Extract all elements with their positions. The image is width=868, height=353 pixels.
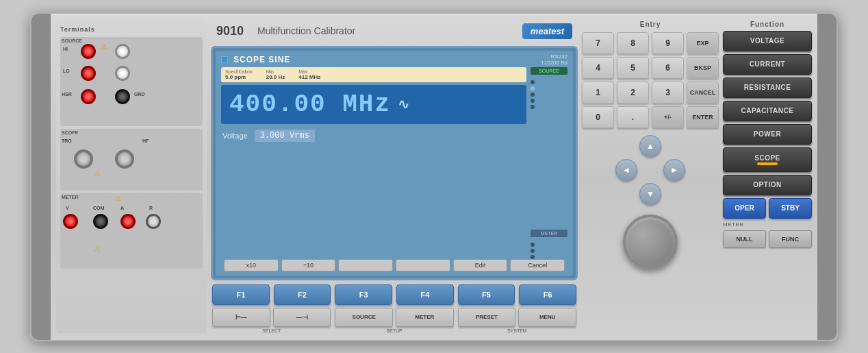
select-next-button[interactable]: —⊣ xyxy=(273,308,331,327)
spec-value: 5.0 ppm xyxy=(225,74,253,80)
hi-label: HI xyxy=(63,47,68,51)
display-btn-1[interactable]: x10 xyxy=(224,259,279,271)
bksp-button[interactable]: BKSP xyxy=(687,57,719,79)
num-1-button[interactable]: 1 xyxy=(582,82,614,104)
device-header: 9010 Multifunction Calibrator meatest xyxy=(211,21,578,42)
min-label: Min xyxy=(266,69,285,74)
center-section: 9010 Multifunction Calibrator meatest SC… xyxy=(211,21,578,333)
arrow-empty-center xyxy=(639,159,661,181)
num-2-button[interactable]: 2 xyxy=(617,82,649,104)
voltage-button[interactable]: VOLTAGE xyxy=(723,31,812,51)
option-button[interactable]: OPTION xyxy=(723,175,812,195)
dot-7 xyxy=(531,249,535,253)
r-label: R xyxy=(149,206,153,210)
main-display-value: 400.00 MHz ∿ xyxy=(221,85,526,124)
num-4-button[interactable]: 4 xyxy=(582,57,614,79)
dot-4 xyxy=(531,99,535,103)
spec-label: Specification xyxy=(225,69,253,74)
null-button[interactable]: NULL xyxy=(723,230,766,248)
num-9-button[interactable]: 9 xyxy=(652,32,684,54)
terminals-header: Terminals xyxy=(60,26,203,33)
terminal-v-red xyxy=(63,214,78,229)
com-label: COM xyxy=(93,206,104,210)
display-btn-2[interactable]: ÷10 xyxy=(281,259,336,271)
display-btn-6[interactable]: Cancel xyxy=(510,259,565,271)
frequency-value: 400.00 MHz xyxy=(229,90,391,119)
spec-col: Specification 5.0 ppm xyxy=(225,69,253,80)
scope-button[interactable]: SCOPE xyxy=(723,147,812,172)
preset-button[interactable]: PRESET xyxy=(458,308,516,327)
num-6-button[interactable]: 6 xyxy=(652,57,684,79)
display-btn-4[interactable] xyxy=(396,259,450,271)
arrow-empty-tr xyxy=(663,135,685,157)
num-3-button[interactable]: 3 xyxy=(652,82,684,104)
oper-button[interactable]: OPER xyxy=(723,198,766,219)
arrow-empty-tl xyxy=(615,135,637,157)
exp-button[interactable]: EXP xyxy=(687,32,719,54)
function-title: Function xyxy=(723,21,812,28)
meter-button[interactable]: METER xyxy=(396,308,454,327)
f2-button[interactable]: F2 xyxy=(274,284,331,305)
select-prev-button[interactable]: ⊢— xyxy=(212,308,270,327)
corner-right xyxy=(817,14,837,340)
gnd-label: GND xyxy=(134,92,145,97)
arrow-up-button[interactable]: ▲ xyxy=(639,135,661,157)
numpad: 7 8 9 EXP 4 5 6 BKSP 1 2 3 CANCEL 0 . +/… xyxy=(582,32,719,128)
brand-badge: meatest xyxy=(522,23,572,39)
warning-icon-4: ⚠ xyxy=(94,245,101,253)
dot-5 xyxy=(531,105,535,109)
arrow-down-button[interactable]: ▼ xyxy=(639,183,661,205)
display-area: SCOPE SINE RS232 115200 Bd Specification xyxy=(211,46,578,280)
current-button[interactable]: CURRENT xyxy=(723,54,812,75)
arrow-empty-bl xyxy=(615,183,637,205)
terminal-com-black xyxy=(93,214,108,229)
max-col: Max 412 MHz xyxy=(298,69,320,80)
f4-button[interactable]: F4 xyxy=(396,284,454,305)
arrow-pad-area: ▲ ◄ ► ▼ xyxy=(582,135,719,205)
display-title-bar: SCOPE SINE RS232 115200 Bd xyxy=(221,55,567,64)
dot-indicators-2 xyxy=(531,243,567,259)
trg-label: TRG xyxy=(62,138,72,143)
arrow-left-button[interactable]: ◄ xyxy=(615,159,637,181)
source-button[interactable]: SOURCE xyxy=(335,308,393,327)
plusminus-button[interactable]: +/- xyxy=(652,106,684,128)
enter-button[interactable]: ENTER xyxy=(687,106,719,128)
arrow-right-button[interactable]: ► xyxy=(663,159,685,181)
bnc-trg xyxy=(74,149,93,169)
terminal-hsr-red xyxy=(81,89,96,104)
system-group: PRESET MENU SYSTEM xyxy=(458,308,576,333)
num-7-button[interactable]: 7 xyxy=(582,32,614,54)
num-8-button[interactable]: 8 xyxy=(617,32,649,54)
display-btn-5[interactable]: Edit xyxy=(453,259,508,271)
setup-label: SETUP xyxy=(386,327,402,333)
display-func-buttons: x10 ÷10 Edit Cancel xyxy=(221,259,567,271)
stby-button[interactable]: STBY xyxy=(769,198,812,219)
source-label: SOURCE xyxy=(62,38,82,43)
func-button[interactable]: FUNC xyxy=(769,230,812,248)
dot-2 xyxy=(531,86,535,90)
scope-indicator xyxy=(757,162,778,165)
dot-3 xyxy=(531,93,535,97)
terminal-hi-white xyxy=(115,44,130,59)
resistance-button[interactable]: RESISTANCE xyxy=(723,77,812,98)
num-0-button[interactable]: 0 xyxy=(582,106,614,128)
a-label: A xyxy=(120,206,124,210)
terminal-lo-red xyxy=(81,66,96,81)
max-label: Max xyxy=(298,69,320,74)
decimal-button[interactable]: . xyxy=(617,106,649,128)
f1-button[interactable]: F1 xyxy=(212,284,270,305)
rotary-dial[interactable] xyxy=(623,215,678,269)
display-btn-3[interactable] xyxy=(338,259,393,271)
cancel-button[interactable]: CANCEL xyxy=(687,82,719,104)
warning-icon-2: ⚠ xyxy=(94,170,101,178)
voltage-value: 3.000 Vrms xyxy=(255,130,315,142)
power-button[interactable]: POWER xyxy=(723,124,812,145)
terminal-lo-white xyxy=(115,66,130,81)
f3-button[interactable]: F3 xyxy=(335,284,392,305)
num-5-button[interactable]: 5 xyxy=(617,57,649,79)
min-value: 20.0 Hz xyxy=(266,74,285,80)
capacitance-button[interactable]: CAPACITANCE xyxy=(723,101,812,121)
f5-button[interactable]: F5 xyxy=(458,284,515,305)
menu-button[interactable]: MENU xyxy=(518,308,576,327)
f6-button[interactable]: F6 xyxy=(519,284,576,305)
